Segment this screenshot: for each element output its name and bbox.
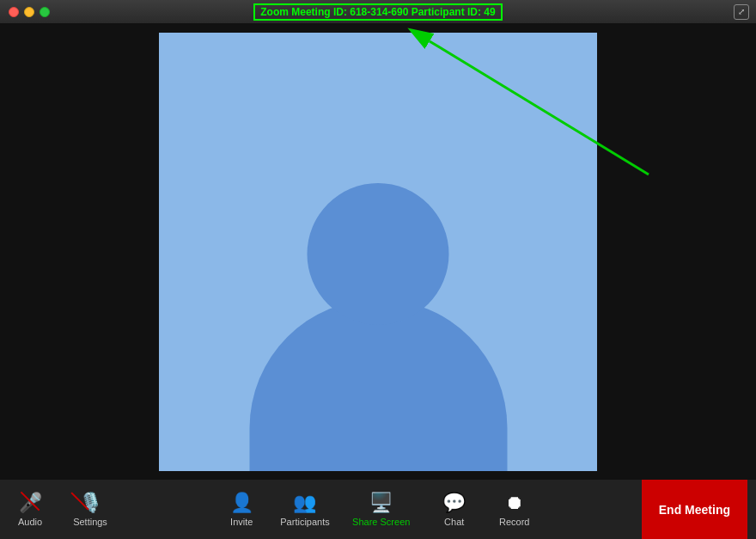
- mic-slash: [21, 492, 40, 511]
- fullscreen-button[interactable]: ⤢: [734, 4, 749, 20]
- chat-button[interactable]: 💬 Chat: [433, 492, 476, 527]
- end-meeting-button[interactable]: End Meeting: [642, 480, 747, 540]
- close-button[interactable]: [9, 7, 19, 17]
- fullscreen-icon: ⤢: [738, 7, 745, 16]
- video-container: [159, 33, 597, 471]
- invite-button[interactable]: 👤 Invite: [220, 492, 263, 527]
- avatar-body: [249, 299, 507, 471]
- invite-icon: 👤: [230, 492, 253, 514]
- record-button[interactable]: ⏺ Record: [493, 492, 536, 527]
- settings-slash-icon: [70, 492, 88, 510]
- avatar-head: [308, 183, 449, 325]
- settings-button[interactable]: 🎙️ Settings: [69, 492, 112, 527]
- maximize-button[interactable]: [40, 7, 50, 17]
- chat-icon: 💬: [442, 492, 466, 514]
- invite-label: Invite: [230, 517, 253, 527]
- participants-button[interactable]: 👥 Participants: [280, 492, 329, 527]
- audio-button[interactable]: 🎤 Audio: [9, 492, 52, 527]
- settings-icon: 🎙️: [79, 492, 102, 514]
- avatar-figure: [308, 338, 449, 471]
- participants-label: Participants: [280, 517, 329, 527]
- chat-label: Chat: [444, 517, 464, 527]
- toolbar: 🎤 Audio 🎙️ Settings 👤 Invite 👥 Participa…: [0, 479, 756, 539]
- main-video-area: [0, 24, 756, 479]
- traffic-lights: [9, 7, 50, 17]
- title-bar: Zoom Meeting ID: 618-314-690 Participant…: [0, 0, 756, 24]
- toolbar-left: 🎤 Audio 🎙️ Settings: [9, 492, 112, 527]
- participants-icon: 👥: [293, 492, 316, 514]
- minimize-button[interactable]: [24, 7, 34, 17]
- share-screen-icon: 🖥️: [369, 492, 393, 514]
- toolbar-right: End Meeting: [642, 480, 747, 540]
- record-icon: ⏺: [505, 492, 524, 514]
- settings-label: Settings: [73, 517, 107, 527]
- mic-icon: 🎤: [19, 492, 42, 514]
- meeting-info-title: Zoom Meeting ID: 618-314-690 Participant…: [253, 3, 502, 21]
- share-screen-button[interactable]: 🖥️ Share Screen: [347, 492, 416, 527]
- toolbar-center: 👤 Invite 👥 Participants 🖥️ Share Screen …: [220, 492, 535, 527]
- record-label: Record: [499, 517, 529, 527]
- audio-label: Audio: [18, 517, 42, 527]
- share-screen-label: Share Screen: [352, 517, 410, 527]
